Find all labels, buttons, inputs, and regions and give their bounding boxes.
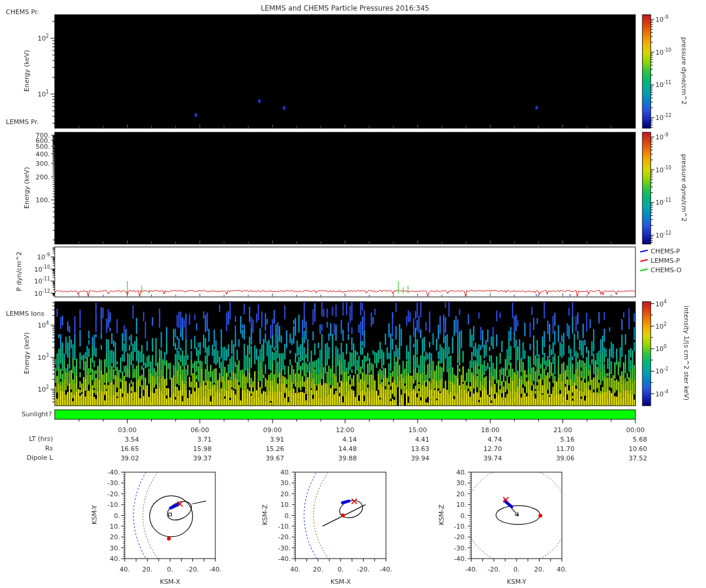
legend-line-lemms-p: [640, 259, 648, 262]
lt-value: 3.54: [125, 436, 139, 443]
svg-text:40.: 40.: [557, 566, 567, 573]
svg-text:30.: 30.: [457, 479, 467, 487]
time-tick-label: 12:00: [336, 426, 355, 434]
svg-text:0.: 0.: [285, 512, 291, 520]
svg-text:-30.: -30.: [454, 544, 467, 552]
svg-text:-40.: -40.: [209, 566, 221, 573]
legend-label-chems-p: CHEMS-P: [651, 248, 680, 255]
svg-text:10.: 10.: [457, 501, 467, 509]
dipole-l-value: 37.52: [629, 455, 648, 462]
rs-value: 15.98: [193, 445, 212, 453]
svg-text:-40.: -40.: [454, 555, 467, 563]
colorbar-label-pressure-2: pressure dyne/cm^2: [680, 123, 688, 253]
svg-text:102: 102: [655, 322, 667, 330]
svg-text:10-10: 10-10: [655, 48, 671, 56]
orbit-plot-ksm-yz-features: [465, 467, 567, 564]
time-tick-label: 00:00: [626, 426, 645, 434]
svg-text:400.: 400.: [36, 151, 51, 158]
svg-text:40.: 40.: [110, 555, 121, 563]
dipole-l-value: 39.37: [193, 455, 212, 462]
legend-label-lemms-p: LEMMS-P: [651, 257, 680, 265]
figure-overlay: 102101700.600.500.400.300.200.100.10-910…: [0, 0, 706, 588]
time-tick-label: 03:00: [118, 426, 137, 434]
time-tick-label: 15:00: [408, 426, 427, 434]
svg-text:104: 104: [655, 299, 667, 308]
svg-text:101: 101: [38, 89, 49, 98]
orbit-plot-ksm-xz: 40.20.0.-20.-40.40.30.20.10.0.-10.-20.-3…: [278, 469, 392, 573]
svg-text:0.: 0.: [338, 566, 344, 573]
svg-text:-20.: -20.: [488, 566, 500, 573]
svg-text:-20.: -20.: [278, 533, 291, 541]
svg-text:-20.: -20.: [187, 566, 199, 573]
row-label-lt: LT (hrs): [5, 435, 53, 443]
svg-text:-10.: -10.: [108, 501, 120, 509]
svg-text:10-12: 10-12: [34, 289, 50, 298]
svg-text:-40.: -40.: [108, 469, 120, 476]
svg-text:-40.: -40.: [379, 566, 392, 573]
legend-line-chems-o: [640, 268, 648, 271]
svg-text:40.: 40.: [119, 566, 130, 573]
lt-value: 4.14: [342, 436, 357, 443]
svg-text:20.: 20.: [281, 490, 291, 498]
svg-text:20.: 20.: [534, 566, 545, 573]
page-title: LEMMS and CHEMS Particle Pressures 2016:…: [55, 4, 635, 12]
rs-value: 14.48: [338, 445, 357, 453]
time-tick-label: 18:00: [481, 426, 499, 434]
svg-text:10-11: 10-11: [655, 80, 671, 89]
legend-item-chems-o: CHEMS-O: [640, 266, 681, 274]
titan-marker: [538, 514, 542, 517]
rs-value: 12.70: [484, 445, 502, 453]
svg-text:-30.: -30.: [108, 479, 120, 487]
svg-text:-10.: -10.: [278, 523, 291, 530]
magnetopause-curve: [143, 472, 158, 559]
titan-marker: [167, 537, 171, 540]
legend-line-chems-p: [640, 249, 648, 252]
svg-text:102: 102: [38, 34, 49, 42]
svg-text:10-9: 10-9: [655, 15, 668, 24]
y-axis-label-pressure: P dyn/cm^2: [15, 207, 23, 336]
y-axis-label-energy-3: Energy (keV): [23, 289, 31, 418]
colorbar-label-intensity: intensity 1/(s cm^2 ster keV): [682, 289, 690, 418]
dipole-l-value: 39.74: [484, 455, 502, 462]
orbit2-xlabel: KSM-X: [311, 578, 370, 586]
legend-item-chems-p: CHEMS-P: [640, 248, 680, 255]
svg-text:-20.: -20.: [357, 566, 369, 573]
svg-text:100: 100: [655, 344, 667, 353]
orbit1-ylabel: KSM-Y: [91, 450, 98, 580]
dipole-l-value: 39.06: [556, 455, 575, 462]
orbit-line: [192, 501, 206, 504]
svg-text:10-10: 10-10: [34, 265, 50, 273]
svg-text:30.: 30.: [110, 544, 121, 552]
svg-text:100.: 100.: [36, 196, 51, 204]
colorbar-label-pressure-1: pressure dyne/cm^2: [680, 6, 688, 136]
legend-label-chems-o: CHEMS-O: [651, 266, 681, 274]
svg-text:10-4: 10-4: [655, 389, 668, 398]
rs-value: 10.60: [629, 445, 648, 453]
orbit3-ylabel: KSM-Z: [438, 450, 445, 580]
orbit-plot-ksm-xz-features: [304, 472, 366, 559]
svg-text:-10.: -10.: [454, 523, 467, 530]
spacecraft-orbit-ellipse: [164, 497, 195, 523]
svg-text:10-11: 10-11: [34, 276, 50, 285]
svg-text:0.: 0.: [167, 566, 174, 573]
lt-value: 5.68: [633, 436, 648, 443]
svg-text:10-2: 10-2: [655, 366, 668, 375]
svg-text:10-9: 10-9: [655, 132, 668, 141]
orbit-plot-ksm-xy-features: [134, 472, 206, 559]
svg-text:-20.: -20.: [454, 533, 467, 541]
svg-text:10.: 10.: [110, 523, 121, 530]
lt-value: 5.16: [560, 436, 575, 443]
dipole-l-value: 39.02: [121, 455, 139, 462]
row-label-dipole-l: Dipole L: [5, 454, 53, 462]
svg-text:102: 102: [38, 385, 49, 393]
rs-value: 13.63: [411, 445, 429, 453]
orbit2-ylabel: KSM-Z: [261, 450, 269, 580]
titan-marker: [341, 513, 345, 517]
axes-and-ticks: 102101700.600.500.400.300.200.100.10-910…: [34, 15, 671, 423]
figure: 102101700.600.500.400.300.200.100.10-910…: [0, 0, 706, 588]
rs-value: 16.65: [121, 445, 139, 453]
time-tick-label: 21:00: [554, 426, 572, 434]
svg-text:10-11: 10-11: [655, 198, 671, 206]
dipole-l-value: 39.94: [411, 455, 429, 462]
svg-text:-20.: -20.: [108, 490, 120, 498]
